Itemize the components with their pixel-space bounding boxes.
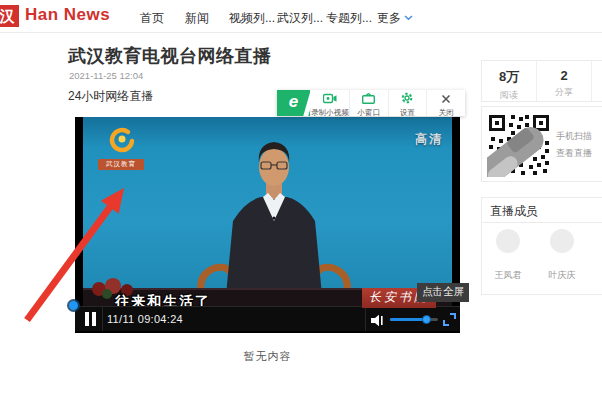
stat-reads: 8万 阅读: [482, 61, 537, 101]
video-viewport[interactable]: 武汉教育 高清 往来和生活了: [83, 117, 452, 306]
site-logo-icon[interactable]: 汉: [0, 5, 19, 27]
nav-item-topic-list[interactable]: 专题列...: [326, 10, 372, 27]
tv-icon: [362, 90, 375, 108]
member-name: 叶庆庆: [537, 269, 587, 282]
nav-item-video-list[interactable]: 视频列...: [229, 10, 275, 27]
site-logo-text[interactable]: Han News: [25, 5, 110, 25]
settings-button[interactable]: 设置: [388, 90, 427, 116]
member-item[interactable]: 王凤君: [483, 229, 533, 282]
control-divider: [365, 307, 366, 331]
empty-content-note: 暂无内容: [75, 349, 460, 364]
settings-label: 设置: [400, 109, 415, 117]
stat-shares: 2 分享: [537, 61, 592, 101]
members-title: 直播成员: [482, 198, 602, 223]
channel-watermark: 武汉教育: [98, 126, 144, 170]
video-caption: 往来和生活了: [115, 293, 211, 306]
member-item[interactable]: 叶庆庆: [537, 229, 587, 282]
fullscreen-button[interactable]: [443, 313, 456, 326]
stream-label: 24小时网络直播: [68, 88, 153, 105]
members-card: 直播成员 王凤君 叶庆庆: [481, 197, 602, 295]
channel-logo-icon: [106, 126, 136, 154]
publish-date: 2021-11-25 12:04: [69, 70, 143, 81]
channel-logo-label: 武汉教育: [98, 159, 144, 170]
volume-slider[interactable]: [390, 318, 438, 321]
volume-icon[interactable]: [371, 313, 385, 326]
qr-card: 手机扫描 查看直播: [481, 106, 602, 182]
mini-window-button[interactable]: 小窗口: [349, 90, 388, 116]
stats-card: 8万 阅读 2 分享: [481, 60, 602, 102]
shares-count: 2: [537, 68, 591, 83]
qr-caption-line1: 手机扫描: [556, 128, 592, 145]
nav-more-label: 更多: [377, 11, 401, 25]
record-video-label: 录制小视频: [311, 109, 349, 117]
player-control-bar: 11/11 09:04:24: [75, 306, 460, 331]
site-header: 汉 Han News 首页 新闻 视频列... 武汉列... 专题列... 更多: [0, 0, 602, 33]
page: 汉 Han News 首页 新闻 视频列... 武汉列... 专题列... 更多…: [0, 0, 602, 401]
extension-toolbar: e 录制小视频 小窗口 设置 关闭: [277, 90, 465, 116]
record-video-button[interactable]: 录制小视频: [310, 90, 349, 116]
pause-button[interactable]: [84, 312, 98, 326]
chevron-down-icon: [404, 10, 413, 24]
avatar: [496, 229, 520, 253]
reads-count: 8万: [482, 68, 536, 86]
nav-item-home[interactable]: 首页: [140, 10, 164, 27]
qr-caption: 手机扫描 查看直播: [556, 128, 592, 162]
hd-quality-badge: 高清: [415, 131, 443, 148]
gear-icon: [401, 90, 413, 108]
member-name: 王凤君: [483, 269, 533, 282]
close-icon: [441, 90, 451, 108]
close-label: 关闭: [439, 109, 454, 117]
video-camera-icon: [323, 90, 337, 108]
video-player[interactable]: 武汉教育 高清 往来和生活了 长安书院 点击全屏 11/11 09:04:24: [75, 117, 460, 333]
nav-item-more[interactable]: 更多: [377, 10, 413, 27]
qr-caption-line2: 查看直播: [556, 145, 592, 162]
progress-handle[interactable]: [69, 301, 78, 310]
avatar: [550, 229, 574, 253]
playback-time: 11/11 09:04:24: [107, 313, 183, 325]
reads-label: 阅读: [482, 89, 536, 102]
mini-window-label: 小窗口: [357, 109, 380, 117]
extension-logo-icon[interactable]: e: [277, 90, 310, 116]
volume-handle[interactable]: [422, 315, 431, 324]
fullscreen-hint-button[interactable]: 点击全屏: [417, 283, 469, 302]
nav-item-news[interactable]: 新闻: [185, 10, 209, 27]
page-title: 武汉教育电视台网络直播: [68, 44, 272, 68]
shares-label: 分享: [537, 86, 591, 99]
volume-fill: [390, 318, 426, 321]
control-divider: [102, 307, 103, 331]
close-button[interactable]: 关闭: [426, 90, 465, 116]
qr-code: [487, 113, 551, 177]
nav-item-wuhan-list[interactable]: 武汉列...: [277, 10, 323, 27]
